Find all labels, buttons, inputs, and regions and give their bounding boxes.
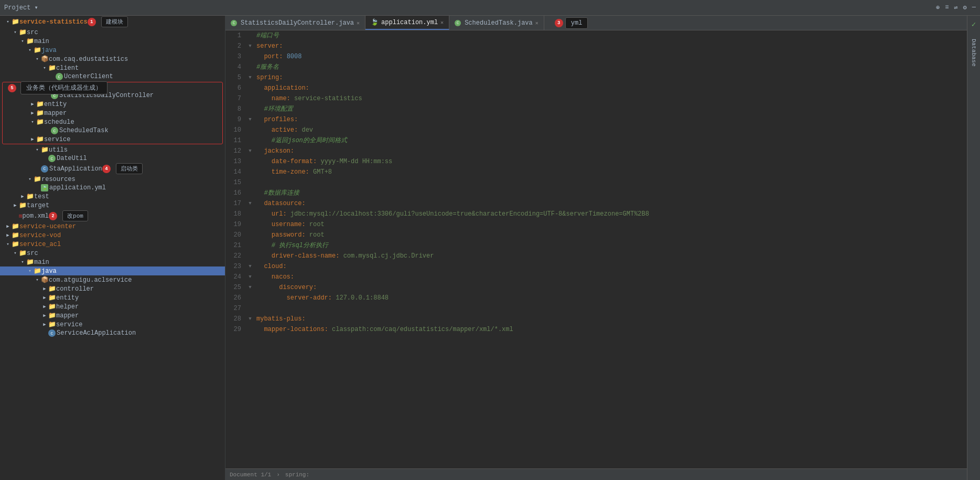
tree-item-acl-main[interactable]: ▾ 📁 main (0, 258, 225, 266)
tree-item-service-acl-app[interactable]: C ServiceAclApplication (0, 329, 225, 337)
acl-package-icon: 📦 (41, 276, 49, 284)
project-title[interactable]: Project ▾ (4, 4, 38, 12)
yaml-file-icon: 🍃 (41, 184, 48, 191)
vod-label: service-vod (19, 232, 61, 239)
globe-icon[interactable]: ⊕ (936, 4, 940, 12)
tree-item-date-util[interactable]: C DateUtil (0, 154, 225, 163)
tab-close-2[interactable]: ✕ (440, 19, 444, 26)
acl-java-folder-icon: 📁 (34, 267, 41, 275)
code-line-19: 19 username: root (225, 219, 967, 230)
code-line-20: 20 password: root (225, 230, 967, 240)
tree-item-sta-app[interactable]: C StaApplication 4 启动类 (0, 163, 225, 175)
tab-label-2: application.yml (381, 19, 438, 26)
tree-item-java[interactable]: ▾ 📁 java (0, 46, 225, 55)
breadcrumb: spring: (285, 472, 309, 478)
tree-item-test[interactable]: ▶ 📁 test (0, 192, 225, 201)
tree-item-target[interactable]: ▶ 📁 target (0, 201, 225, 210)
badge-3: 3 (555, 19, 563, 27)
tab-label-1: StatisticsDailyController.java (241, 19, 354, 27)
tab-application-yml[interactable]: 🍃 application.yml ✕ (365, 16, 449, 30)
minimize-icon[interactable]: — (972, 4, 976, 12)
code-content-8: #环境配置 (254, 104, 967, 114)
code-line-18: 18 url: jdbc:mysql://localhost:3306/guli… (225, 209, 967, 219)
tab-icon-1: C (231, 20, 237, 26)
tree-item-service-vod[interactable]: ▶ 📁 service-vod (0, 231, 225, 240)
code-editor[interactable]: 1 #端口号 2 ▼ server: 3 port: 8008 (225, 30, 967, 468)
code-content-11: #返回json的全局时间格式 (254, 135, 967, 146)
sort-icon[interactable]: ⇌ (954, 4, 957, 12)
code-line-6: 6 application: (225, 83, 967, 93)
tree-item-acl-entity[interactable]: ▶ 📁 entity (0, 293, 225, 302)
code-line-9: 9 ▼ profiles: (225, 114, 967, 125)
code-content-28: mybatis-plus: (254, 314, 967, 324)
target-label: target (27, 202, 49, 209)
tree-item-client[interactable]: ▾ 📁 client (0, 63, 225, 72)
code-line-10: 10 active: dev (225, 125, 967, 135)
code-line-4: 4 #服务名 (225, 62, 967, 72)
tree-item-schedule[interactable]: ▾ 📁 schedule (3, 118, 222, 126)
target-folder-icon: 📁 (19, 201, 27, 209)
resources-folder-icon: 📁 (34, 175, 41, 183)
tree-item-ucenter-client[interactable]: C UcenterClient (0, 72, 225, 81)
expand-arrow: ▾ (4, 19, 12, 25)
code-content-5: spring: (254, 72, 967, 83)
code-content-13: date-format: yyyy-MM-dd HH:mm:ss (254, 156, 967, 167)
tree-item-service-statistics[interactable]: ▾ 📁 service-statistics 1 建模块 (0, 16, 225, 28)
code-content-12: jackson: (254, 146, 967, 156)
tree-item-service-acl[interactable]: ▾ 📁 service_acl (0, 240, 225, 249)
tab-close-1[interactable]: ✕ (357, 20, 360, 26)
tree-item-service-ucenter[interactable]: ▶ 📁 service-ucenter (0, 222, 225, 231)
tab-statistics-controller[interactable]: C StatisticsDailyController.java ✕ (225, 16, 365, 30)
code-line-3: 3 port: 8008 (225, 51, 967, 62)
code-content-9: profiles: (254, 114, 967, 125)
tree-item-acl-package[interactable]: ▾ 📦 com.atguigu.aclservice (0, 275, 225, 284)
tree-item-app-yml[interactable]: 🍃 application.yml (0, 184, 225, 192)
acl-main-label: main (34, 259, 49, 266)
service-label: service (44, 136, 70, 143)
tree-item-mapper[interactable]: ▶ 📁 mapper (3, 109, 222, 118)
acl-label: service_acl (19, 241, 61, 248)
java-folder-icon: 📁 (34, 46, 41, 54)
schedule-label: schedule (44, 119, 74, 126)
checkmark-icon: ✓ (972, 20, 976, 29)
tree-item-acl-java[interactable]: ▾ 📁 java (0, 266, 225, 275)
tree-item-entity[interactable]: ▶ 📁 entity (3, 100, 222, 109)
code-content-7: name: service-statistics (254, 93, 967, 104)
tree-item-acl-service[interactable]: ▶ 📁 service (0, 320, 225, 329)
tree-item-acl-helper[interactable]: ▶ 📁 helper (0, 302, 225, 311)
code-content-20: password: root (254, 230, 967, 240)
tree-item-acl-controller[interactable]: ▶ 📁 controller (0, 284, 225, 293)
acl-controller-label: controller (56, 285, 94, 293)
tree-item-package[interactable]: ▾ 📦 com.caq.edustatistics (0, 55, 225, 63)
maven-label[interactable]: Database (970, 37, 978, 69)
list-icon[interactable]: ≡ (945, 4, 949, 12)
tree-item-acl-src[interactable]: ▾ 📁 src (0, 249, 225, 258)
tree-item-main[interactable]: ▾ 📁 main (0, 37, 225, 46)
tree-item-scheduled-task[interactable]: C ScheduledTask (3, 126, 222, 135)
tree-item-src[interactable]: ▾ 📁 src (0, 28, 225, 37)
code-line-22: 22 driver-class-name: com.mysql.cj.jdbc.… (225, 251, 967, 261)
tree-item-pom[interactable]: m pom.xml 2 改pom (0, 210, 225, 222)
tab-label-3: ScheduledTask.java (465, 19, 533, 27)
tab-close-3[interactable]: ✕ (535, 20, 539, 26)
code-line-25: 25 ▼ discovery: (225, 282, 967, 293)
tree-item-acl-mapper[interactable]: ▶ 📁 mapper (0, 311, 225, 320)
acl-package-label: com.atguigu.aclservice (49, 276, 132, 284)
badge-2: 2 (49, 212, 57, 220)
ucenter-client-label: UcenterClient (64, 73, 113, 80)
tree-item-resources[interactable]: ▾ 📁 resources (0, 175, 225, 184)
tree-item-service[interactable]: ▶ 📁 service (3, 135, 222, 144)
acl-java-label: java (41, 268, 57, 275)
schedule-folder-icon: 📁 (36, 118, 44, 126)
code-content-6: application: (254, 83, 967, 93)
code-line-15: 15 (225, 177, 967, 188)
tree-item-utils[interactable]: ▾ 📁 utils (0, 145, 225, 154)
code-content-2: server: (254, 41, 967, 51)
code-line-13: 13 date-format: yyyy-MM-dd HH:mm:ss (225, 156, 967, 167)
entity-folder-icon: 📁 (36, 100, 44, 108)
annotation-pom: 改pom (62, 210, 88, 221)
main-label: main (34, 38, 49, 45)
settings-icon[interactable]: ⚙ (963, 4, 967, 12)
editor-area: C StatisticsDailyController.java ✕ 🍃 app… (225, 16, 967, 480)
tab-scheduled-task[interactable]: C ScheduledTask.java ✕ (449, 16, 544, 30)
